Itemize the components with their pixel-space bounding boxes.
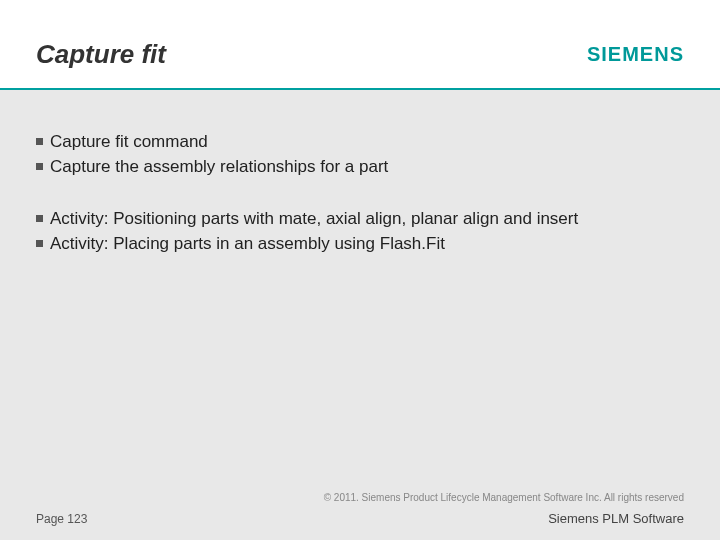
list-item: Activity: Positioning parts with mate, a… [36, 207, 684, 232]
top-white-bar [0, 0, 720, 20]
square-bullet-icon [36, 163, 43, 170]
list-item: Activity: Placing parts in an assembly u… [36, 232, 684, 257]
brand-text: Siemens PLM Software [548, 511, 684, 526]
siemens-logo: SIEMENS [587, 43, 684, 66]
bullet-group-2: Activity: Positioning parts with mate, a… [36, 207, 684, 256]
square-bullet-icon [36, 240, 43, 247]
slide-title: Capture fit [36, 39, 166, 70]
footer-row: Page 123 Siemens PLM Software [36, 511, 684, 526]
bullet-text: Capture the assembly relationships for a… [50, 155, 388, 180]
bullet-group-1: Capture fit command Capture the assembly… [36, 130, 684, 179]
bullet-text: Activity: Placing parts in an assembly u… [50, 232, 445, 257]
square-bullet-icon [36, 215, 43, 222]
bullet-text: Activity: Positioning parts with mate, a… [50, 207, 578, 232]
bullet-text: Capture fit command [50, 130, 208, 155]
slide-content: Capture fit command Capture the assembly… [0, 90, 720, 257]
slide-header: Capture fit SIEMENS [0, 20, 720, 90]
square-bullet-icon [36, 138, 43, 145]
slide-footer: © 2011. Siemens Product Lifecycle Manage… [0, 492, 720, 526]
list-item: Capture fit command [36, 130, 684, 155]
list-item: Capture the assembly relationships for a… [36, 155, 684, 180]
page-number: Page 123 [36, 512, 87, 526]
copyright-text: © 2011. Siemens Product Lifecycle Manage… [36, 492, 684, 503]
